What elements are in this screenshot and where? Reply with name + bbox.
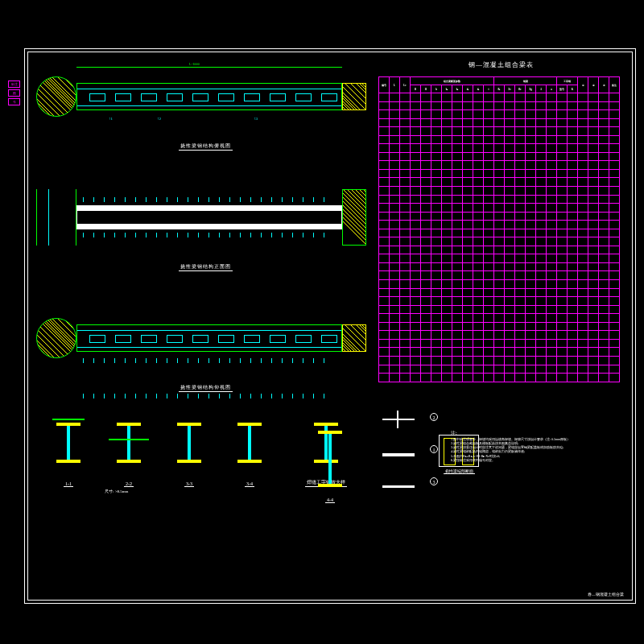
strip-cell: 标注: [8, 80, 20, 88]
strip-cell: 图: [8, 89, 20, 97]
slot: [141, 335, 157, 343]
slot: [192, 335, 208, 343]
section-mark: ↑1: [109, 117, 113, 121]
beam-outline: [76, 83, 342, 110]
inner-border: L=6000 ↑1 ↑2 ↑3 挠性梁钢结构俯视图 /* slots */: [27, 52, 633, 601]
column-circle: [36, 76, 76, 117]
revision-strip: 标注 图 号: [8, 80, 20, 107]
isec: [318, 431, 342, 487]
strip-cell: 号: [8, 98, 20, 105]
column-circle: [36, 318, 76, 358]
table-title: 钢—混凝土组合梁表: [370, 60, 632, 69]
notes-block: 注: 1.图中除注明者外，焊缝均采用连续角焊缝。焊脚尺寸按设计要求（注: 0.5…: [451, 431, 628, 462]
drawing-area: L=6000 ↑1 ↑2 ↑3 挠性梁钢结构俯视图 /* slots */: [28, 52, 374, 600]
view-top: L=6000 ↑1 ↑2 ↑3 挠性梁钢结构俯视图 /* slots */: [44, 60, 366, 141]
detail-4-4: 4-4: [306, 423, 354, 495]
view-elevation: 挠性梁钢结构正面图: [44, 181, 366, 262]
column-side: [36, 189, 76, 246]
section-mark: ↑3: [254, 117, 258, 121]
section-mark: ↑2: [157, 117, 161, 121]
beam-elev: [76, 205, 342, 229]
isec: [56, 423, 80, 463]
slot: [192, 93, 208, 101]
note-line: 6.梁段标注采用表中编号对应。: [451, 458, 628, 462]
slot: [89, 335, 105, 343]
end-block: [342, 324, 366, 352]
slot: [167, 335, 183, 343]
section-label: 3-3: [165, 481, 213, 487]
slot: [89, 93, 105, 101]
slot: [270, 93, 286, 101]
slot: [218, 93, 234, 101]
isec: [117, 423, 141, 463]
end-block: [342, 83, 366, 110]
slot: [321, 335, 337, 343]
view-caption: 挠性梁钢结构俯视图: [44, 142, 366, 151]
plate: [109, 439, 149, 440]
slot: [321, 93, 337, 101]
rhs-panel: 钢—混凝土组合梁表 编号LLc组合梁断面参数钢梁工字钢①②③备注 BHhb₁b₂…: [370, 52, 632, 600]
bot-flange: [77, 224, 341, 229]
isec: [177, 423, 201, 463]
plate: [52, 419, 85, 420]
composite-beam-table: 编号LLc组合梁断面参数钢梁工字钢①②③备注 BHhb₁b₂d₁d₂tB₁XcB…: [378, 76, 620, 382]
view-caption: 挠性梁钢结构正面图: [44, 263, 366, 271]
slot: [141, 93, 157, 101]
column-hatch: [45, 189, 69, 246]
slot: [115, 335, 131, 343]
section-label: 1-1: [44, 481, 93, 487]
slot: [295, 93, 312, 101]
slot: [218, 335, 234, 343]
page-border: L=6000 ↑1 ↑2 ↑3 挠性梁钢结构俯视图 /* slots */: [24, 48, 636, 604]
section-1-1: 1-1: [44, 415, 93, 479]
weld-note: 尺寸: >8.5mm: [105, 489, 129, 493]
notes-heading: 注:: [451, 431, 628, 437]
section-label: 3-4: [225, 481, 274, 487]
section-2-2: 2-2: [105, 415, 153, 479]
dim-line: [76, 67, 342, 68]
slot: [115, 93, 131, 101]
end-support: [342, 189, 366, 246]
beam-outline: [76, 324, 342, 352]
section-3-4: 3-4: [225, 415, 274, 479]
slot: [244, 93, 260, 101]
section-3-3: 3-3: [165, 415, 213, 479]
footer-tag: 卷—钢混凝土组合梁: [588, 592, 624, 597]
view-bottom: 挠性梁钢结构仰视图: [44, 302, 366, 382]
slot: [270, 335, 286, 343]
section-label: 2-2: [105, 481, 153, 487]
slot: [244, 335, 260, 343]
dim-span-text: L=6000: [189, 62, 200, 66]
top-flange: [77, 206, 341, 211]
slot: [167, 93, 183, 101]
view-caption: 挠性梁钢结构仰视图: [44, 384, 366, 392]
section-label: 4-4: [306, 497, 354, 503]
isec: [237, 423, 262, 463]
slot: [295, 335, 312, 343]
